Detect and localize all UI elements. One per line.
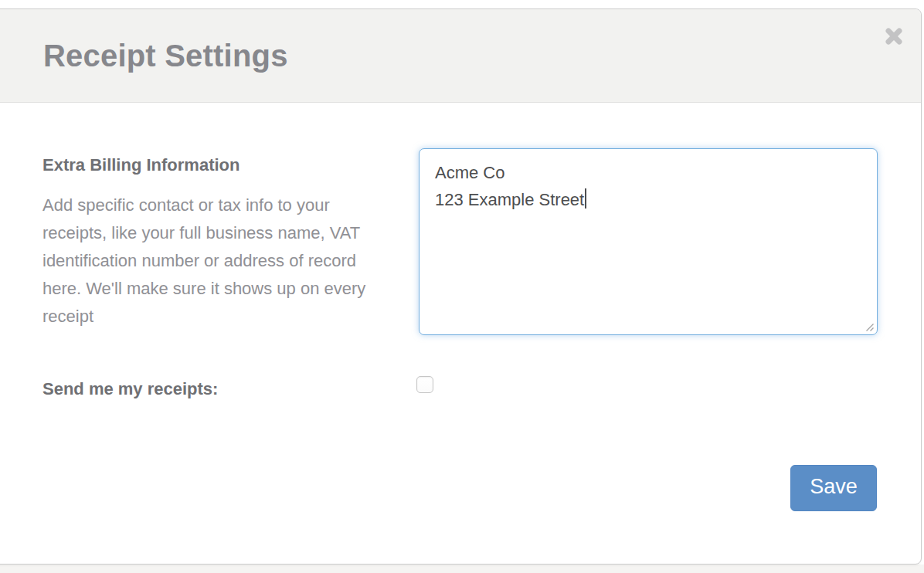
receipts-checkbox[interactable] xyxy=(416,376,433,393)
billing-info-label: Extra Billing Information xyxy=(42,155,419,175)
page-background-strip xyxy=(0,565,924,573)
receipt-settings-modal: Receipt Settings Extra Billing Informati… xyxy=(0,8,922,565)
receipts-toggle-cell xyxy=(419,376,877,396)
close-icon xyxy=(883,25,905,47)
modal-title: Receipt Settings xyxy=(43,39,288,73)
extra-billing-textarea[interactable]: Acme Co 123 Example Street xyxy=(419,148,878,335)
billing-info-row: Extra Billing Information Add specific c… xyxy=(42,148,877,335)
textarea-line-2: 123 Example Street xyxy=(435,186,861,213)
resize-handle-icon[interactable] xyxy=(864,321,875,332)
close-button[interactable] xyxy=(882,25,905,48)
textarea-line-1: Acme Co xyxy=(435,159,861,186)
save-button[interactable]: Save xyxy=(790,465,877,511)
modal-body: Extra Billing Information Add specific c… xyxy=(0,103,921,565)
textarea-line-2-text: 123 Example Street xyxy=(435,190,584,209)
text-caret xyxy=(585,188,586,209)
receipts-toggle-row: Send me my receipts: xyxy=(42,376,877,399)
modal-header: Receipt Settings xyxy=(0,9,921,103)
receipts-toggle-label: Send me my receipts: xyxy=(42,379,419,399)
billing-info-text-column: Extra Billing Information Add specific c… xyxy=(42,148,419,331)
billing-info-description: Add specific contact or tax info to your… xyxy=(42,192,367,331)
